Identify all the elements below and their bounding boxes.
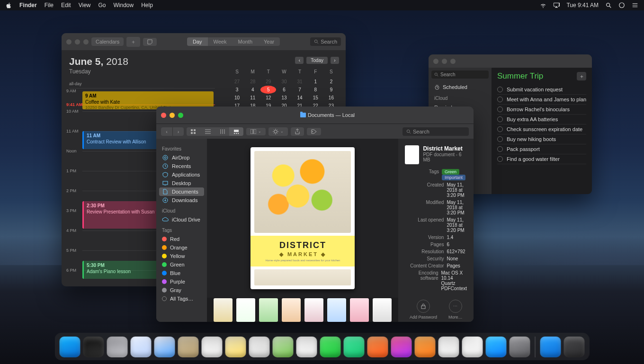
dock-downloads[interactable] [540,337,561,357]
reminders-search[interactable]: Search [431,71,489,79]
dock-itunes[interactable] [391,337,412,357]
sidebar-all-tags[interactable]: All Tags… [159,294,204,303]
reminder-item[interactable]: Submit vacation request [497,85,586,95]
share-button[interactable] [291,127,304,136]
wifi-icon[interactable] [540,2,546,9]
finder-search[interactable]: Search [402,127,469,136]
menu-help[interactable]: Help [141,2,153,9]
sidebar-tag-purple[interactable]: Purple [159,277,204,286]
view-list[interactable] [201,127,215,136]
dock-notes[interactable] [225,337,246,357]
menu-view[interactable]: View [79,2,91,9]
dock-launchpad[interactable] [107,337,128,357]
checkbox-icon[interactable] [497,136,503,142]
menu-edit[interactable]: Edit [61,2,71,9]
sidebar-item-airdrop[interactable]: AirDrop [159,153,204,162]
dock-photobooth[interactable] [367,337,388,357]
sidebar-item-recents[interactable]: Recents [159,162,204,170]
sidebar-item-applications[interactable]: Applications [159,170,204,179]
menubar-clock[interactable]: Tue 9:41 AM [566,2,599,9]
dock-facetime[interactable] [344,337,365,357]
checkbox-icon[interactable] [497,116,503,122]
reminder-item[interactable]: Buy extra AA batteries [497,115,586,124]
dock-messages[interactable] [320,337,341,357]
more-action[interactable]: ⋯More… [448,300,463,320]
checkbox-icon[interactable] [497,126,503,132]
menu-go[interactable]: Go [98,2,106,9]
calendar-search[interactable]: Search [310,37,341,46]
dock-appstore[interactable] [486,337,507,357]
zoom-button[interactable] [83,39,89,44]
thumbnail[interactable] [304,298,323,322]
zoom-button[interactable] [450,59,456,64]
active-app-name[interactable]: Finder [19,2,37,9]
dock-calendar[interactable] [202,337,223,357]
action-button[interactable]: ⌄ [268,127,288,136]
dock-mail[interactable] [154,337,175,357]
airplay-icon[interactable] [553,2,560,9]
reminder-item[interactable]: Check sunscreen expiration date [497,124,586,134]
close-button[interactable] [66,39,72,44]
minimize-button[interactable] [442,59,447,64]
thumbnail[interactable] [282,298,301,322]
sidebar-tag-gray[interactable]: Gray [159,286,204,294]
sidebar-tag-green[interactable]: Green [159,260,204,269]
apple-menu-icon[interactable] [6,2,12,9]
view-icon[interactable] [187,127,201,136]
reminder-item[interactable]: Find a good water filter [497,154,586,164]
minimize-button[interactable] [170,113,175,118]
siri-menubar-icon[interactable] [618,2,625,9]
dock-music[interactable] [462,337,483,357]
reminder-item[interactable]: Pack passport [497,144,586,154]
dock-news[interactable] [438,337,459,357]
reminder-item[interactable]: Meet with Anna and James to plan tr… [497,95,586,105]
prev-month-button[interactable]: ‹ [295,57,304,64]
close-button[interactable] [433,59,438,64]
sidebar-tag-yellow[interactable]: Yellow [159,252,204,260]
view-day[interactable]: Day [187,37,208,46]
thumbnail-strip[interactable] [207,298,398,322]
thumbnail[interactable] [236,298,255,322]
inbox-button[interactable] [143,38,157,46]
sidebar-item-documents[interactable]: Documents [159,187,204,196]
calendars-button[interactable]: Calendars [91,37,124,46]
group-button[interactable]: ⌄ [246,128,266,135]
dock-siri[interactable] [83,337,104,357]
notification-center-icon[interactable] [632,2,638,9]
sidebar-tag-blue[interactable]: Blue [159,269,204,277]
thumbnail[interactable] [327,298,346,322]
preview-main[interactable]: DISTRICT ◆ MARKET ◆ Home-style prepared … [207,139,398,298]
thumbnail[interactable] [259,298,278,322]
sidebar-tag-orange[interactable]: Orange [159,243,204,252]
sidebar-item-desktop[interactable]: Desktop [159,179,204,187]
reminder-item[interactable]: Buy new hiking boots [497,134,586,144]
checkbox-icon[interactable] [497,97,503,102]
forward-button[interactable]: › [172,127,184,136]
checkbox-icon[interactable] [497,146,503,152]
minimize-button[interactable] [75,39,80,44]
add-event-button[interactable]: ＋ [126,37,140,47]
reminder-item[interactable]: Borrow Rachel's binoculars [497,105,586,115]
tag-chip[interactable]: Green [442,169,459,175]
today-button[interactable]: Today [306,57,328,64]
spotlight-icon[interactable] [605,2,612,9]
dock-settings[interactable] [510,337,530,357]
zoom-button[interactable] [178,113,183,118]
dock-safari[interactable] [131,337,152,357]
view-month[interactable]: Month [232,37,258,46]
thumbnail[interactable] [350,298,369,322]
dock-contacts[interactable] [178,337,199,357]
view-gallery[interactable] [229,127,243,136]
scheduled-list[interactable]: Scheduled [431,82,489,92]
sidebar-item-icloud-drive[interactable]: iCloud Drive [159,215,204,224]
next-month-button[interactable]: › [331,57,339,64]
tags-button[interactable] [307,128,321,135]
checkbox-icon[interactable] [497,107,503,112]
dock-reminders[interactable] [249,337,270,357]
dock-maps[interactable] [273,337,294,357]
view-year[interactable]: Year [258,37,280,46]
back-button[interactable]: ‹ [161,127,172,136]
sidebar-item-downloads[interactable]: Downloads [159,196,204,204]
add-password-action[interactable]: Add Password [410,300,437,320]
dock-photos[interactable] [296,337,317,357]
